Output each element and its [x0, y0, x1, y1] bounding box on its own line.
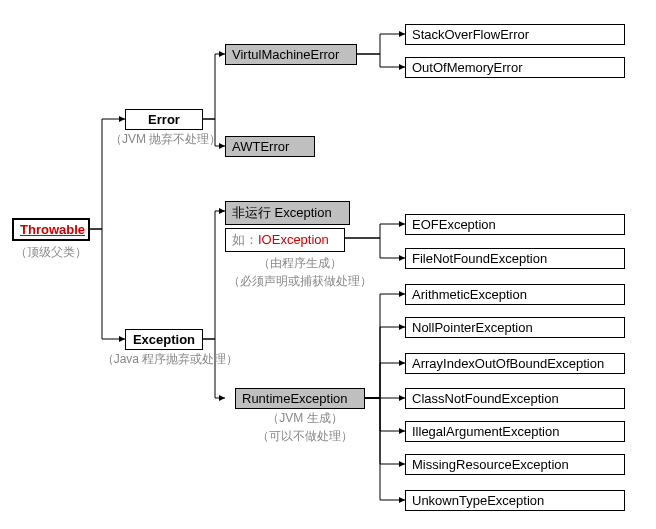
node-exception: Exception — [125, 329, 203, 350]
node-classnotfoundexception: ClassNotFoundException — [405, 388, 625, 409]
node-stackoverflowerror: StackOverFlowError — [405, 24, 625, 45]
node-filenotfoundexception: FileNotFoundException — [405, 248, 625, 269]
node-throwable: Throwable — [12, 218, 90, 241]
node-illegalargumentexception: IllegalArgumentException — [405, 421, 625, 442]
caption-error: （JVM 抛弃不处理） — [110, 131, 220, 148]
node-unkowntypeexception: UnkownTypeException — [405, 490, 625, 511]
node-virtualmachineerror: VirtulMachineError — [225, 44, 357, 65]
caption-runtime-2: （可以不做处理） — [250, 428, 360, 445]
node-outofmemoryerror: OutOfMemoryError — [405, 57, 625, 78]
io-prefix: 如： — [232, 232, 258, 247]
node-eofexception: EOFException — [405, 214, 625, 235]
node-error: Error — [125, 109, 203, 130]
node-checked-exception: 非运行 Exception — [225, 201, 350, 225]
caption-checked-1: （由程序生成） — [240, 255, 360, 272]
node-runtimeexception: RuntimeException — [235, 388, 365, 409]
caption-throwable: （顶级父类） — [12, 244, 90, 261]
io-name: IOException — [258, 232, 329, 247]
caption-checked-2: （必须声明或捕获做处理） — [220, 273, 380, 290]
caption-exception: （Java 程序抛弃或处理） — [100, 351, 240, 368]
node-ioexception-example: 如：IOException — [225, 228, 345, 252]
node-arrayindexoutofboundexception: ArrayIndexOutOfBoundException — [405, 353, 625, 374]
node-awterror: AWTError — [225, 136, 315, 157]
node-missingresourceexception: MissingResourceException — [405, 454, 625, 475]
node-nollpointerexception: NollPointerException — [405, 317, 625, 338]
node-arithmeticexception: ArithmeticException — [405, 284, 625, 305]
svg-marker-7 — [219, 395, 225, 401]
caption-runtime-1: （JVM 生成） — [250, 410, 360, 427]
